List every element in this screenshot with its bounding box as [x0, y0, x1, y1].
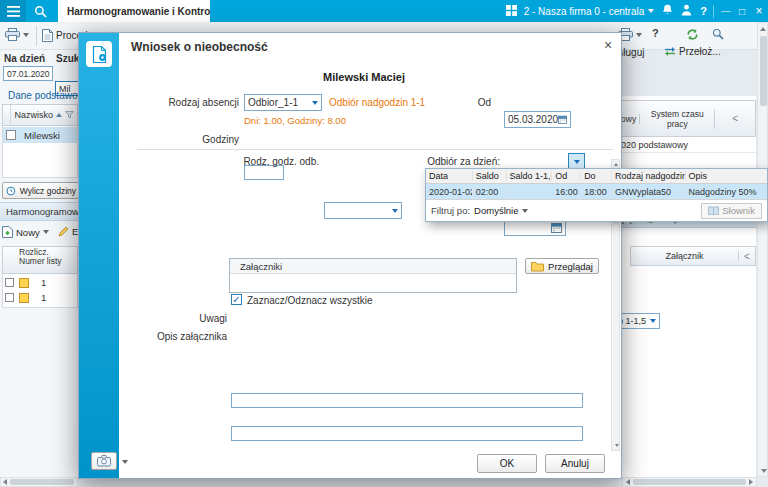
print-button[interactable] [5, 28, 29, 41]
wylicz-godziny-button[interactable]: Wylicz godziny [2, 182, 80, 199]
lookup-cell-saldo: 02:00 [473, 187, 507, 197]
calendar-icon[interactable] [558, 114, 567, 125]
book-icon [708, 206, 719, 216]
sort-asc-icon [56, 113, 62, 117]
check-icon: ✓ [232, 295, 240, 304]
help-icon[interactable]: ? [652, 27, 659, 39]
zaznacz-checkbox[interactable]: ✓ [231, 294, 242, 305]
minimize-button[interactable]: — [718, 0, 734, 22]
nazwisko-label: Nazwisko [14, 110, 53, 120]
calendar-icon[interactable] [551, 222, 562, 233]
slownik-button[interactable]: Słownik [701, 203, 762, 219]
row-checkbox[interactable] [5, 293, 14, 302]
chevron-down-icon [312, 101, 318, 105]
scrollbar-thumb[interactable] [760, 36, 767, 106]
company-selector[interactable]: 2 - Nasza firma 0 - centrala [524, 6, 655, 17]
nowy-button[interactable]: Nowy [2, 226, 49, 238]
filter-funnel-icon [65, 111, 74, 119]
overtime-lookup-popup: Data Saldo Saldo 1-1,5 Od Do Rodzaj nadg… [425, 168, 768, 222]
help-icon[interactable]: ? [700, 5, 707, 17]
przeloz-button[interactable]: Przełoż... [664, 46, 721, 57]
od-label: Od [471, 97, 491, 108]
paylist-row[interactable]: 1 [3, 275, 77, 290]
uwagi-input[interactable] [231, 393, 583, 408]
scroll-left-button[interactable] [3, 479, 7, 485]
rodz-godz-odb-combo[interactable] [324, 202, 402, 219]
lookup-col-opis[interactable]: Opis [686, 171, 767, 181]
employee-row[interactable]: Milewski [3, 127, 77, 143]
zalacznik-grid-header[interactable]: Załącznik < [630, 246, 756, 266]
apps-grid-icon[interactable] [506, 5, 517, 18]
maximize-button[interactable]: □ [734, 0, 750, 22]
chevron-down-icon[interactable] [522, 209, 528, 213]
anuluj-button[interactable]: Anuluj [545, 454, 605, 473]
godziny-label: Godziny [159, 134, 239, 145]
scroll-down-button[interactable] [612, 441, 621, 450]
paylist-status-icon [19, 278, 29, 288]
close-window-button[interactable]: × [750, 0, 768, 22]
collapse-columns-button[interactable]: < [739, 251, 755, 262]
chevron-down-icon [648, 9, 654, 13]
checkbox-column-header[interactable] [3, 105, 11, 125]
paylists-grid-header[interactable]: Rozlicz. Numer listy [2, 246, 78, 274]
horizontal-scrollbar-right[interactable] [622, 477, 757, 487]
lookup-col-saldo[interactable]: Saldo [473, 171, 507, 181]
lookup-header-row: Data Saldo Saldo 1-1,5 Od Do Rodzaj nadg… [426, 169, 767, 184]
scroll-down-button[interactable] [758, 465, 768, 476]
zoom-icon[interactable] [712, 28, 724, 42]
scroll-left-button[interactable] [626, 479, 630, 485]
lookup-col-rodzaj[interactable]: Rodzaj nadgodzin [612, 171, 686, 181]
scrollbar-thumb[interactable] [10, 479, 74, 485]
user-icon[interactable] [681, 4, 692, 18]
row-checkbox[interactable] [6, 130, 16, 140]
absence-request-dialog: Wniosek o nieobecność × Milewski Maciej … [78, 32, 622, 479]
horizontal-scrollbar-left[interactable] [0, 477, 78, 487]
document-icon [42, 29, 53, 42]
rodzaj-absencji-combo[interactable]: Odbior_1-1 [244, 94, 322, 111]
chevron-down-icon[interactable] [122, 460, 128, 464]
zalacznik-column-header[interactable]: Załącznik [631, 251, 739, 261]
harmonogram-panel-header[interactable]: Harmonogramowanie [0, 202, 78, 221]
od-date-field[interactable]: 05.03.2020 [504, 111, 571, 128]
nazwisko-column-header[interactable]: Nazwisko [11, 110, 77, 120]
chevron-down-icon [650, 319, 656, 323]
dialog-close-button[interactable]: × [599, 36, 617, 54]
lookup-col-od[interactable]: Od [552, 171, 581, 181]
od-value: 05.03.2020 [508, 114, 558, 125]
right-pane [610, 96, 756, 477]
filtruj-po-value[interactable]: Domyślnie [474, 205, 518, 216]
tab-harmonogramowanie[interactable]: Harmonogramowanie i Kontrola RC [58, 0, 210, 22]
lookup-result-row[interactable]: 2020-01-02 02:00 16:00 18:00 GNWyplata50… [426, 184, 767, 199]
notifications-bell-icon[interactable] [662, 4, 673, 18]
lookup-col-do[interactable]: Do [581, 171, 612, 181]
opis-zalacznika-input[interactable] [231, 426, 583, 441]
menu-button[interactable] [0, 0, 26, 22]
attachments-list[interactable]: Załączniki [229, 258, 517, 293]
search-button[interactable] [26, 0, 54, 22]
slownik-label: Słownik [722, 205, 755, 216]
employees-grid-header[interactable]: Nazwisko [2, 104, 78, 126]
folder-icon [531, 261, 544, 272]
chevron-down-icon [23, 33, 29, 37]
collapse-columns-button[interactable]: < [715, 113, 755, 124]
scroll-right-button[interactable] [749, 479, 753, 485]
lookup-col-saldo15[interactable]: Saldo 1-1,5 [507, 171, 553, 181]
przegladaj-button[interactable]: Przeglądaj [525, 258, 599, 274]
godziny-input[interactable] [244, 165, 284, 180]
rodzaj-absencji-value: Odbior_1-1 [248, 97, 298, 108]
scroll-up-button[interactable] [758, 23, 767, 34]
na-dzien-date-field[interactable]: 07.01.2020 [3, 66, 53, 81]
paylist-row[interactable]: 1 [3, 290, 77, 305]
lookup-col-data[interactable]: Data [426, 171, 473, 181]
vertical-scrollbar[interactable] [757, 22, 768, 477]
ok-button[interactable]: OK [477, 454, 537, 473]
refresh-icon[interactable] [686, 28, 699, 43]
system-czasu-pracy-cell: 2020 podstawowy [616, 140, 688, 150]
paylist-column-header[interactable]: Rozlicz. Numer listy [3, 247, 77, 265]
scrollbar-thumb[interactable] [633, 479, 746, 485]
row-checkbox[interactable] [5, 278, 14, 287]
screenshot-button[interactable] [91, 452, 117, 470]
section-divider [137, 149, 613, 150]
system-czasu-pracy-column-header[interactable]: System czasu pracy [640, 109, 715, 129]
przegladaj-label: Przeglądaj [548, 261, 593, 272]
